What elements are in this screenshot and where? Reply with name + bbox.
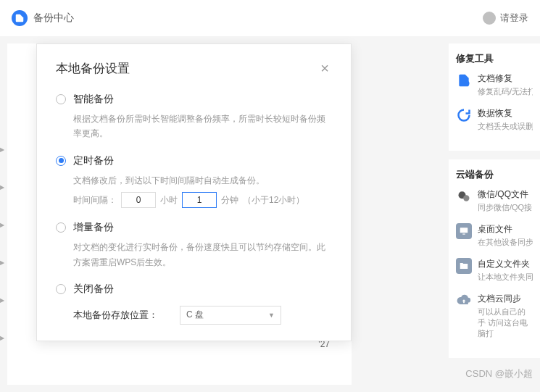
login-text: 请登录	[500, 12, 528, 25]
radio-incremental[interactable]	[56, 222, 66, 233]
header-title: 备份中心	[33, 12, 74, 25]
option-smart-backup[interactable]: 智能备份 根据文档备份所需时长智能调整备份频率，所需时长较短时备份频率更高。	[56, 93, 332, 141]
header: 备份中心 请登录	[0, 0, 540, 36]
interval-row: 时间间隔： 小时 分钟 （小于12小时）	[56, 192, 332, 208]
option-desc: 根据文档备份所需时长智能调整备份频率，所需时长较短时备份频率更高。	[56, 112, 332, 141]
minute-unit: 分钟	[221, 194, 238, 207]
login-button[interactable]: 请登录	[483, 12, 528, 25]
sidebar-item-desc: 可以从自己的手 访问这台电脑打	[478, 306, 533, 339]
folder-icon	[456, 258, 472, 274]
option-label: 定时备份	[73, 154, 114, 167]
svg-point-2	[463, 195, 469, 201]
location-select[interactable]: C 盘 ▼	[180, 306, 281, 325]
location-value: C 盘	[186, 309, 204, 321]
modal-title: 本地备份设置	[56, 60, 130, 77]
chevron-right-icon[interactable]: ▶	[0, 184, 4, 191]
card-title-repair: 修复工具	[456, 52, 533, 65]
radio-timed[interactable]	[56, 156, 66, 166]
chevron-right-icon[interactable]: ▶	[0, 146, 4, 153]
sidebar-item-desc: 文档丢失或误删	[478, 121, 533, 132]
sidebar-item-desktop[interactable]: 桌面文件在其他设备同步	[456, 223, 533, 248]
chevron-right-icon[interactable]: ▶	[0, 222, 4, 228]
sidebar-item-label: 自定义文件夹	[478, 258, 533, 270]
sidebar-item-desc: 让本地文件夹同	[478, 272, 533, 283]
chevron-down-icon: ▼	[268, 312, 275, 319]
svg-rect-4	[462, 234, 465, 235]
desktop-icon	[456, 223, 472, 239]
backup-location-row: 本地备份存放位置： C 盘 ▼	[56, 306, 332, 325]
sidebar-item-desc: 修复乱码/无法打	[478, 86, 533, 97]
cloud-backup-card: 云端备份 微信/QQ文件同步微信/QQ接 桌面文件在其他设备同步 自定义文件夹让…	[449, 159, 540, 358]
close-icon: ×	[320, 60, 329, 76]
close-button[interactable]: ×	[317, 57, 332, 80]
hour-unit: 小时	[160, 194, 178, 207]
location-label: 本地备份存放位置：	[73, 309, 158, 322]
doc-repair-icon	[456, 72, 472, 88]
header-left: 备份中心	[12, 10, 74, 26]
sidebar-item-custom-folder[interactable]: 自定义文件夹让本地文件夹同	[456, 258, 533, 283]
sidebar-item-label: 文档云同步	[478, 293, 533, 305]
interval-label: 时间间隔：	[73, 194, 117, 207]
option-label: 关闭备份	[73, 283, 114, 296]
radio-off[interactable]	[56, 284, 66, 294]
chevron-right-icon[interactable]: ▶	[0, 259, 4, 266]
sidebar-item-wechat-qq[interactable]: 微信/QQ文件同步微信/QQ接	[456, 188, 533, 213]
option-desc: 文档修改后，到达以下时间间隔时自动生成备份。	[56, 173, 332, 188]
local-backup-settings-modal: 本地备份设置 × 智能备份 根据文档备份所需时长智能调整备份频率，所需时长较短时…	[36, 43, 352, 341]
hour-input[interactable]	[121, 192, 156, 208]
sidebar-item-label: 文档修复	[478, 72, 533, 85]
sidebar-item-cloud-sync[interactable]: 文档云同步可以从自己的手 访问这台电脑打	[456, 293, 533, 339]
chevron-right-icon[interactable]: ▶	[0, 297, 4, 304]
interval-hint: （小于12小时）	[243, 194, 304, 207]
sidebar-item-label: 微信/QQ文件	[478, 188, 533, 201]
svg-point-0	[465, 81, 470, 86]
minute-input[interactable]	[182, 192, 217, 208]
sidebar-item-desc: 同步微信/QQ接	[478, 202, 533, 213]
sidebar-item-doc-repair[interactable]: 文档修复修复乱码/无法打	[456, 72, 533, 97]
sidebar-item-data-recovery[interactable]: 数据恢复文档丢失或误删	[456, 107, 533, 132]
data-recovery-icon	[456, 107, 472, 123]
cloud-sync-icon	[456, 293, 472, 309]
sidebar-item-label: 桌面文件	[478, 223, 533, 235]
sidebar-item-desc: 在其他设备同步	[478, 237, 533, 248]
option-label: 增量备份	[73, 221, 114, 234]
radio-smart[interactable]	[56, 94, 66, 104]
repair-tools-card: 修复工具 文档修复修复乱码/无法打 数据恢复文档丢失或误删	[449, 43, 540, 151]
chevron-right-icon[interactable]: ▶	[0, 335, 4, 341]
option-incremental-backup[interactable]: 增量备份 对文档的变化进行实时备份，备份速度快且可以节约存储空间。此方案需重启W…	[56, 221, 332, 270]
app-logo	[12, 10, 28, 26]
avatar-icon	[483, 12, 496, 25]
sidebar-item-label: 数据恢复	[478, 107, 533, 120]
sidebar: 修复工具 文档修复修复乱码/无法打 数据恢复文档丢失或误删 云端备份 微信/QQ…	[449, 43, 540, 358]
svg-rect-3	[460, 228, 468, 233]
option-desc: 对文档的变化进行实时备份，备份速度快且可以节约存储空间。此方案需重启WPS后生效…	[56, 240, 332, 270]
watermark: CSDN @嵌小超	[465, 367, 533, 380]
option-off-backup[interactable]: 关闭备份	[56, 283, 332, 296]
card-title-cloud: 云端备份	[456, 168, 533, 181]
wechat-icon	[456, 188, 472, 204]
option-timed-backup[interactable]: 定时备份 文档修改后，到达以下时间间隔时自动生成备份。 时间间隔： 小时 分钟 …	[56, 154, 332, 208]
option-label: 智能备份	[73, 93, 114, 106]
